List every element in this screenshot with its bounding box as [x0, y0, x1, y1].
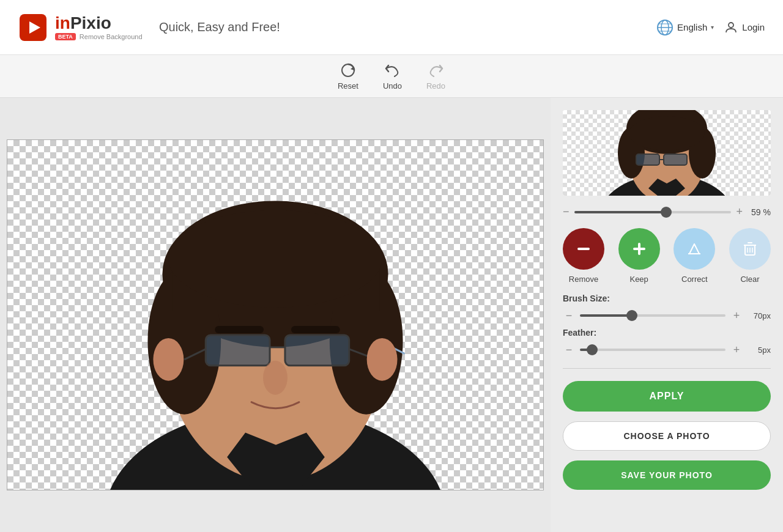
logo-area: inPixio BETA Remove Background: [18, 13, 143, 42]
brush-size-label: Brush Size:: [563, 294, 771, 303]
redo-icon: [428, 62, 445, 79]
globe-icon: [656, 19, 674, 36]
keep-button[interactable]: [618, 228, 660, 270]
choose-photo-button[interactable]: CHOOSE A PHOTO: [563, 421, 771, 451]
person-image: [7, 140, 543, 490]
lang-selector[interactable]: English ▾: [656, 19, 714, 36]
header: inPixio BETA Remove Background Quick, Ea…: [0, 0, 783, 55]
tagline: Quick, Easy and Free!: [159, 20, 280, 34]
remove-tool[interactable]: Remove: [563, 228, 604, 284]
main: − + 59 % Remove: [0, 98, 783, 532]
login-label: Login: [742, 22, 765, 32]
minus-icon: [574, 239, 593, 259]
svg-point-7: [729, 23, 733, 28]
brush-size-value: 70px: [748, 311, 771, 320]
redo-button[interactable]: Redo: [426, 62, 445, 91]
remove-label: Remove: [569, 275, 598, 284]
toolbar: Reset Undo Redo: [0, 55, 783, 98]
logo-text: inPixio BETA Remove Background: [55, 15, 143, 40]
remove-bg-label: Remove Background: [80, 33, 143, 40]
zoom-row: − + 59 %: [563, 205, 771, 218]
keep-label: Keep: [629, 275, 648, 284]
correct-button[interactable]: [674, 228, 715, 270]
lang-text: English: [677, 22, 707, 32]
brush-size-row: − + 70px: [563, 309, 771, 322]
feather-value: 5px: [748, 345, 771, 355]
svg-point-26: [263, 361, 288, 395]
tools-row: Remove Keep Correct: [563, 228, 771, 284]
svg-marker-42: [689, 244, 699, 254]
svg-point-28: [367, 338, 398, 381]
keep-tool[interactable]: Keep: [618, 228, 660, 284]
right-panel: − + 59 % Remove: [551, 98, 783, 532]
zoom-slider[interactable]: [574, 211, 732, 213]
zoom-out-icon[interactable]: −: [563, 205, 570, 218]
redo-label: Redo: [426, 81, 445, 91]
clear-label: Clear: [740, 275, 759, 284]
trash-icon: [740, 239, 760, 259]
feather-row: − + 5px: [563, 344, 771, 356]
login-button[interactable]: Login: [724, 20, 765, 35]
correct-label: Correct: [681, 275, 708, 284]
logo-pixio: Pixio: [70, 13, 111, 32]
zoom-in-icon[interactable]: +: [736, 205, 743, 218]
undo-icon: [384, 62, 401, 79]
svg-rect-19: [291, 326, 340, 333]
svg-rect-18: [215, 326, 264, 333]
brush-size-slider[interactable]: [580, 314, 725, 317]
logo-icon: [18, 13, 48, 42]
beta-badge: BETA: [55, 33, 76, 40]
svg-rect-21: [285, 335, 349, 366]
reset-label: Reset: [338, 81, 358, 91]
feather-increase-icon[interactable]: +: [730, 344, 743, 356]
reset-icon: [340, 62, 357, 79]
svg-point-27: [153, 338, 184, 381]
user-icon: [724, 20, 738, 35]
svg-marker-9: [351, 67, 354, 70]
logo-sub: BETA Remove Background: [55, 33, 143, 40]
brush-section: Brush Size: − + 70px Feather: − + 5px: [563, 294, 771, 356]
header-right: English ▾ Login: [656, 19, 765, 36]
clear-button[interactable]: [729, 228, 771, 270]
eraser-icon: [685, 239, 704, 259]
reset-button[interactable]: Reset: [338, 62, 358, 91]
remove-button[interactable]: [563, 228, 604, 270]
apply-button[interactable]: APPLY: [563, 381, 771, 412]
chevron-down-icon: ▾: [711, 24, 714, 31]
canvas-area[interactable]: [0, 98, 551, 532]
preview-person: [563, 110, 771, 196]
save-photo-button[interactable]: SAVE YOUR PHOTO: [563, 460, 771, 490]
svg-point-35: [629, 116, 705, 150]
svg-rect-36: [636, 154, 659, 165]
svg-rect-20: [206, 335, 270, 366]
correct-tool[interactable]: Correct: [674, 228, 715, 284]
feather-decrease-icon[interactable]: −: [563, 344, 575, 356]
undo-button[interactable]: Undo: [383, 62, 402, 91]
image-container: [7, 139, 544, 490]
feather-label: Feather:: [563, 328, 771, 338]
clear-tool[interactable]: Clear: [729, 228, 771, 284]
undo-label: Undo: [383, 81, 402, 91]
logo-brand: inPixio: [55, 15, 143, 32]
preview-thumbnail: [563, 110, 771, 196]
brush-size-decrease-icon[interactable]: −: [563, 309, 575, 322]
divider: [563, 368, 771, 369]
svg-point-17: [168, 210, 382, 308]
feather-slider[interactable]: [580, 349, 725, 351]
plus-icon: [629, 239, 649, 259]
logo-in: in: [55, 13, 70, 32]
zoom-value: 59 %: [748, 207, 771, 217]
svg-rect-37: [664, 154, 687, 165]
brush-size-increase-icon[interactable]: +: [730, 309, 743, 322]
